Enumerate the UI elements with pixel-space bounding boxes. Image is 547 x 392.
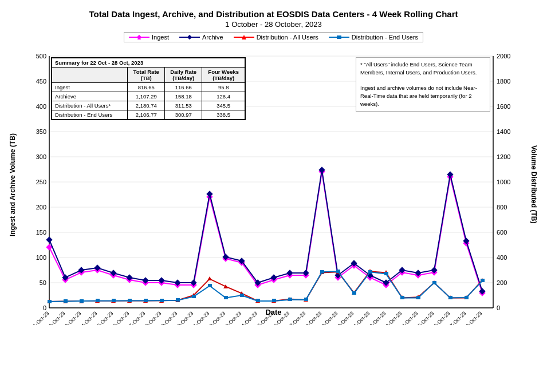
- chart-title: Total Data Ingest, Archive, and Distribu…: [7, 9, 540, 19]
- svg-rect-183: [465, 296, 469, 299]
- legend-archive-label: Archive: [202, 34, 223, 41]
- svg-text:08-Oct-23: 08-Oct-23: [142, 310, 162, 325]
- svg-rect-171: [272, 299, 276, 302]
- legend-dist-all-label: Distribution - All Users: [257, 34, 318, 41]
- svg-marker-139: [207, 276, 212, 280]
- summary-header-fourweeks: Four Weeks(TB/day): [202, 67, 245, 82]
- svg-rect-175: [336, 270, 340, 273]
- svg-rect-164: [160, 299, 164, 302]
- legend-archive: Archive: [179, 34, 223, 41]
- svg-text:25-Oct-23: 25-Oct-23: [415, 310, 435, 325]
- svg-rect-180: [416, 296, 420, 299]
- svg-rect-2: [137, 34, 141, 39]
- svg-text:500: 500: [36, 53, 46, 60]
- svg-rect-165: [176, 298, 180, 302]
- main-chart-svg: 0 50 100 150 200 250 300 350 400 450 500…: [18, 45, 529, 325]
- svg-text:150: 150: [36, 229, 46, 236]
- svg-text:200: 200: [36, 204, 46, 211]
- svg-text:19-Oct-23: 19-Oct-23: [318, 310, 339, 325]
- svg-text:23-Oct-23: 23-Oct-23: [383, 310, 403, 325]
- svg-text:24-Oct-23: 24-Oct-23: [399, 310, 419, 325]
- svg-rect-101: [46, 236, 52, 243]
- svg-text:400: 400: [36, 103, 46, 110]
- svg-text:05-Oct-23: 05-Oct-23: [94, 310, 114, 325]
- svg-rect-8: [337, 35, 341, 39]
- svg-text:1600: 1600: [497, 103, 510, 110]
- svg-text:02-Oct-23: 02-Oct-23: [46, 310, 66, 325]
- svg-text:0: 0: [497, 304, 500, 311]
- svg-text:28-Oct-23: 28-Oct-23: [463, 310, 483, 325]
- svg-text:17-Oct-23: 17-Oct-23: [286, 310, 306, 325]
- svg-text:50: 50: [39, 279, 46, 286]
- legend-dist-end-label: Distribution - End Users: [352, 34, 418, 41]
- svg-text:350: 350: [36, 128, 46, 135]
- svg-text:1000: 1000: [497, 179, 510, 185]
- svg-text:20-Oct-23: 20-Oct-23: [335, 310, 355, 325]
- svg-rect-172: [288, 298, 292, 301]
- svg-rect-158: [64, 299, 68, 303]
- svg-text:11-Oct-23: 11-Oct-23: [190, 310, 210, 325]
- svg-rect-178: [384, 272, 388, 275]
- svg-text:03-Oct-23: 03-Oct-23: [62, 310, 82, 325]
- svg-text:1400: 1400: [497, 128, 510, 135]
- summary-row-dist-all-label: Distribution - All Users*: [52, 101, 127, 110]
- svg-text:450: 450: [36, 78, 46, 85]
- summary-title: Summary for 22 Oct - 28 Oct, 2023: [52, 58, 245, 67]
- svg-rect-176: [352, 291, 356, 295]
- legend: Ingest Archive Distribution - All Users: [7, 32, 540, 42]
- svg-text:250: 250: [36, 179, 46, 185]
- svg-text:22-Oct-23: 22-Oct-23: [367, 310, 387, 325]
- svg-text:09-Oct-23: 09-Oct-23: [158, 310, 178, 325]
- svg-rect-166: [192, 295, 196, 298]
- summary-row-dist-all-4w: 345.5: [202, 101, 245, 110]
- svg-text:10-Oct-23: 10-Oct-23: [174, 310, 194, 325]
- legend-dist-end: Distribution - End Users: [329, 34, 418, 41]
- svg-text:1800: 1800: [497, 78, 510, 85]
- summary-row-archive-label: Archieve: [52, 92, 127, 101]
- svg-rect-170: [256, 299, 260, 302]
- svg-rect-184: [481, 279, 485, 282]
- summary-row-ingest-4w: 95.8: [202, 82, 245, 92]
- svg-rect-182: [448, 296, 452, 299]
- summary-row-dist-end-4w: 338.5: [202, 110, 245, 119]
- svg-rect-4: [187, 34, 192, 39]
- summary-row-ingest-daily: 116.66: [164, 82, 202, 92]
- svg-rect-174: [320, 270, 324, 274]
- svg-text:18-Oct-23: 18-Oct-23: [302, 310, 322, 325]
- chart-subtitle: 1 October - 28 October, 2023: [7, 20, 540, 29]
- svg-text:100: 100: [36, 254, 46, 261]
- svg-rect-161: [112, 299, 116, 302]
- svg-text:12-Oct-23: 12-Oct-23: [206, 310, 226, 325]
- svg-text:21-Oct-23: 21-Oct-23: [351, 310, 371, 325]
- svg-rect-177: [368, 270, 372, 274]
- summary-row-dist-all-total: 2,180.74: [127, 101, 164, 110]
- legend-ingest-label: Ingest: [152, 34, 169, 41]
- y-axis-right-label: Volume Distributed (TB): [529, 56, 539, 314]
- summary-row-dist-end-label: Distribution - End Users: [52, 110, 127, 119]
- svg-marker-140: [223, 284, 228, 288]
- svg-text:15-Oct-23: 15-Oct-23: [254, 310, 274, 325]
- summary-row-archive-daily: 158.18: [164, 92, 202, 101]
- legend-dist-all: Distribution - All Users: [234, 34, 318, 41]
- note-text1: * "All Users" include End Users, Science…: [360, 61, 486, 77]
- legend-ingest: Ingest: [129, 34, 169, 41]
- svg-text:07-Oct-23: 07-Oct-23: [126, 310, 146, 325]
- svg-rect-173: [304, 298, 308, 301]
- summary-row-ingest-total: 816.65: [127, 82, 164, 92]
- svg-text:01-Oct-23: 01-Oct-23: [30, 310, 50, 325]
- chart-container: Total Data Ingest, Archive, and Distribu…: [7, 5, 540, 388]
- note-text2: Ingest and archive volumes do not includ…: [360, 84, 486, 108]
- svg-text:16-Oct-23: 16-Oct-23: [270, 310, 290, 325]
- y-axis-left-label: Ingest and Archive Volume (TB): [7, 56, 18, 314]
- svg-rect-159: [80, 299, 84, 303]
- svg-text:04-Oct-23: 04-Oct-23: [78, 310, 98, 325]
- summary-row-dist-end-daily: 300.97: [164, 110, 202, 119]
- svg-text:13-Oct-23: 13-Oct-23: [222, 310, 242, 325]
- svg-rect-167: [208, 284, 212, 287]
- svg-text:1200: 1200: [497, 153, 510, 160]
- svg-rect-168: [224, 296, 228, 299]
- summary-row-dist-end-total: 2,106.77: [127, 110, 164, 119]
- svg-text:27-Oct-23: 27-Oct-23: [447, 310, 467, 325]
- svg-rect-162: [128, 299, 132, 302]
- svg-rect-181: [432, 281, 436, 284]
